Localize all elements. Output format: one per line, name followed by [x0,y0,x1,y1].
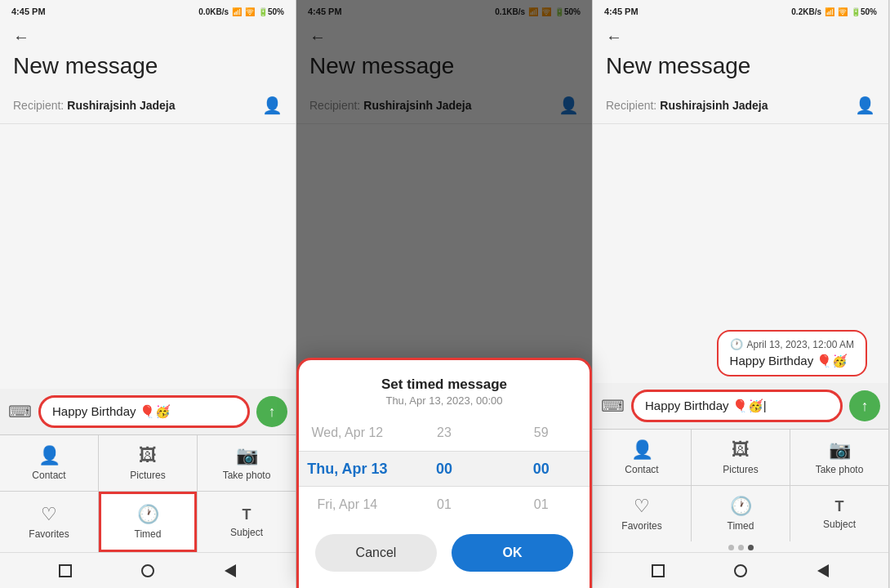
time-3: 4:45 PM [604,7,639,16]
pictures-grid-icon-1: 🖼 [139,445,157,466]
status-icons-1: 0.0KB/s 📶 🛜 🔋50% [198,7,284,16]
top-nav-3: ← [593,23,888,50]
grid-pictures-3[interactable]: 🖼 Pictures [692,430,790,485]
send-button-3[interactable]: ↑ [849,390,880,421]
status-bar-1: 4:45 PM 0.0KB/s 📶 🛜 🔋50% [0,0,296,23]
input-row-1: ⌨ Happy Birthday 🎈🥳 ↑ [0,389,296,434]
pictures-label-1: Pictures [130,470,165,481]
scheduled-time-3: 🕐 April 13, 2023, 12:00 AM [730,338,854,350]
grid-timed-3[interactable]: 🕐 Timed [692,486,790,541]
picker-hour-col: 23 00 01 [396,415,493,523]
page-dots-3 [593,541,888,552]
dot-2 [738,545,744,550]
keyboard-grid-1: 👤 Contact 🖼 Pictures 📷 Take photo ♡ Favo… [0,434,296,552]
recipient-name-3: Rushirajsinh Jadeja [660,99,855,112]
back-button-3[interactable]: ← [606,28,622,47]
dot-1 [728,545,734,550]
timed-grid-icon-3: 🕐 [730,496,752,517]
ok-button[interactable]: OK [452,534,573,572]
recipient-label-3: Recipient: [606,99,656,112]
nav-circle-3[interactable] [729,559,752,582]
grid-timed-1[interactable]: 🕐 Timed [99,492,197,552]
message-area-3: 🕐 April 13, 2023, 12:00 AM Happy Birthda… [593,124,888,383]
grid-photo-1[interactable]: 📷 Take photo [198,435,296,491]
contact-icon-3[interactable]: 👤 [855,96,875,115]
bottom-nav-1 [0,552,296,588]
bubble-container-3: 🕐 April 13, 2023, 12:00 AM Happy Birthda… [593,315,888,383]
scheduled-message-3: Happy Birthday 🎈🥳 [730,354,854,368]
contact-grid-icon-1: 👤 [38,445,60,466]
nav-triangle-1[interactable] [219,559,242,582]
modal-subtitle: Thu, Apr 13, 2023, 00:00 [299,394,590,407]
top-nav-1: ← [0,23,296,50]
picker-min-col: 59 00 01 [492,415,590,523]
keyboard-grid-3: 👤 Contact 🖼 Pictures 📷 Take photo ♡ Favo… [593,429,888,541]
page-title-3: New message [593,50,888,87]
nav-square-3[interactable] [647,559,670,582]
signal-icon-1: 📶 [232,7,242,16]
send-button-1[interactable]: ↑ [256,396,287,427]
wifi-icon-1: 🛜 [245,7,255,16]
photo-grid-icon-3: 📷 [829,439,851,461]
nav-circle-1[interactable] [136,559,159,582]
send-arrow-icon-1: ↑ [269,403,276,421]
recipient-row-1: Recipient: Rushirajsinh Jadeja 👤 [0,87,296,124]
picker-area[interactable]: Wed, Apr 12 Thu, Apr 13 Fri, Apr 14 23 0… [299,415,590,523]
status-icons-3: 0.2KB/s 📶 🛜 🔋50% [791,7,877,16]
wifi-icon-3: 🛜 [838,7,848,16]
photo-label-3: Take photo [816,464,864,475]
timed-grid-icon-1: 🕐 [137,504,159,525]
picker-min-prev: 59 [492,415,590,451]
send-arrow-icon-3: ↑ [861,398,869,415]
modal-title: Set timed message [299,376,590,393]
picker-date-col: Wed, Apr 12 Thu, Apr 13 Fri, Apr 14 [299,415,396,523]
grid-photo-3[interactable]: 📷 Take photo [790,430,888,485]
fav-label-1: Favorites [29,528,69,540]
scheduled-bubble-3: 🕐 April 13, 2023, 12:00 AM Happy Birthda… [717,330,867,376]
recipient-name-1: Rushirajsinh Jadeja [67,99,262,112]
message-input-3[interactable]: Happy Birthday 🎈🥳| [631,390,843,422]
contact-grid-icon-3: 👤 [631,439,653,461]
grid-favorites-3[interactable]: ♡ Favorites [593,486,691,541]
panel-3: 4:45 PM 0.2KB/s 📶 🛜 🔋50% ← New message R… [593,0,889,588]
grid-pictures-1[interactable]: 🖼 Pictures [99,435,197,491]
nav-triangle-3[interactable] [812,559,834,582]
page-title-1: New message [0,50,296,87]
pictures-label-3: Pictures [723,464,758,475]
grid-subject-1[interactable]: T Subject [198,492,296,552]
timed-label-1: Timed [135,528,162,540]
signal-icon-3: 📶 [825,7,834,16]
contact-label-3: Contact [625,464,658,475]
subject-grid-icon-3: T [835,498,844,515]
grid-subject-3[interactable]: T Subject [790,486,888,541]
battery-icon-1: 🔋50% [258,7,284,16]
picker-date-selected[interactable]: Thu, Apr 13 [299,451,396,487]
cancel-button[interactable]: Cancel [315,534,437,572]
grid-contact-3[interactable]: 👤 Contact [593,430,691,485]
timed-modal: Set timed message Thu, Apr 13, 2023, 00:… [296,358,592,588]
panel-1: 4:45 PM 0.0KB/s 📶 🛜 🔋50% ← New message R… [0,0,296,588]
picker-min-next: 01 [492,487,590,523]
data-speed-3: 0.2KB/s [791,7,821,16]
grid-contact-1[interactable]: 👤 Contact [0,435,98,491]
nav-square-1[interactable] [54,559,77,582]
grid-favorites-1[interactable]: ♡ Favorites [0,492,98,552]
pictures-grid-icon-3: 🖼 [732,439,750,461]
back-button-1[interactable]: ← [13,28,29,47]
modal-buttons: Cancel OK [299,523,590,580]
fav-label-3: Favorites [621,520,661,532]
picker-date-next: Fri, Apr 14 [299,487,396,523]
photo-label-1: Take photo [223,470,271,481]
subject-grid-icon-1: T [243,506,251,523]
clock-icon-3: 🕐 [730,338,743,350]
keyboard-icon-1[interactable]: ⌨ [8,402,32,421]
fav-grid-icon-1: ♡ [41,504,57,525]
keyboard-icon-3[interactable]: ⌨ [601,396,625,416]
picker-min-selected[interactable]: 00 [492,451,590,487]
fav-grid-icon-3: ♡ [634,496,650,517]
modal-overlay-2: Set timed message Thu, Apr 13, 2023, 00:… [296,0,592,588]
picker-hour-selected[interactable]: 00 [396,451,493,487]
subject-label-3: Subject [823,519,856,530]
message-input-1[interactable]: Happy Birthday 🎈🥳 [38,395,250,428]
contact-icon-1[interactable]: 👤 [262,96,283,115]
